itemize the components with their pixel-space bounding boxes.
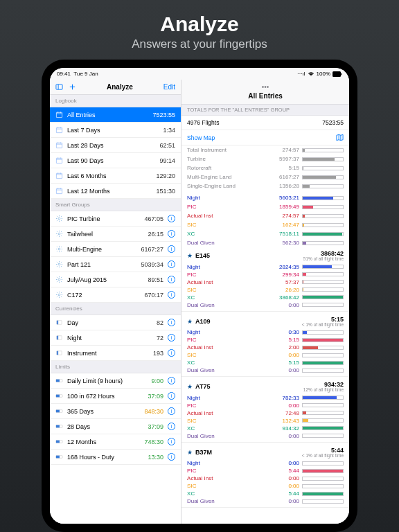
list-item[interactable]: Part 1215039:34i — [50, 257, 181, 272]
info-icon[interactable]: i — [168, 230, 175, 238]
row-label: Last 7 Days — [67, 127, 159, 134]
info-icon[interactable]: i — [168, 291, 175, 299]
list-item[interactable]: C172670:17i — [50, 287, 181, 303]
row-value: 7523:55 — [153, 112, 176, 118]
row-icon — [55, 377, 63, 384]
summary-value: 5:44 — [269, 468, 299, 474]
summary-label: PIC — [187, 402, 266, 409]
group-header[interactable]: ★E1453868:4251% of all flight time — [181, 247, 349, 263]
group-subtitle: 51% of all flight time — [303, 257, 344, 262]
row-icon — [55, 319, 63, 326]
list-item[interactable]: 365 Days848:30i — [50, 404, 181, 419]
section-logbook: Logbook — [50, 95, 181, 107]
row-label: 28 Days — [67, 423, 144, 430]
show-map-row[interactable]: Show Map — [181, 130, 349, 145]
flights-label: 4976 Flights — [187, 119, 219, 126]
summary-row: PIC0:00 — [181, 402, 349, 409]
group-header[interactable]: ★A1095:15< 1% of all flight time — [181, 313, 349, 329]
flights-row[interactable]: 4976 Flights 7523:55 — [181, 116, 349, 130]
summary-label: Night — [187, 329, 266, 335]
info-icon[interactable]: i — [168, 377, 175, 384]
info-icon[interactable]: i — [168, 423, 175, 430]
summary-row: Single-Engine Land1356:28 — [181, 181, 349, 190]
info-icon[interactable]: i — [168, 349, 175, 357]
summary-label: Night — [187, 195, 266, 201]
summary-row: Turbine5997:37 — [181, 154, 349, 163]
right-pane: ••• All Entries TOTALS FOR THE "ALL ENTR… — [181, 80, 349, 524]
summary-value: 2824:35 — [269, 264, 299, 270]
summary-row: Night2824:35 — [181, 263, 349, 271]
info-icon[interactable]: i — [168, 453, 175, 461]
info-icon[interactable]: i — [168, 392, 175, 400]
info-icon[interactable]: i — [168, 260, 175, 268]
more-icon[interactable]: ••• — [181, 84, 349, 91]
list-item[interactable]: Last 7 Days1:34 — [50, 123, 181, 138]
row-value: 193 — [153, 350, 163, 357]
svg-rect-0 — [332, 71, 341, 77]
summary-bar — [302, 492, 344, 496]
info-icon[interactable]: i — [168, 334, 175, 342]
list-item[interactable]: Night72i — [50, 330, 181, 346]
summary-row: Dual Given0:00 — [181, 497, 349, 505]
info-icon[interactable]: i — [168, 215, 175, 222]
row-label: Multi-Engine — [67, 246, 137, 253]
info-icon[interactable]: i — [168, 319, 175, 326]
svg-point-35 — [58, 294, 60, 296]
summary-label: Single-Engine Land — [187, 183, 266, 189]
summary-row: PIC5:15 — [181, 336, 349, 344]
svg-rect-2 — [56, 85, 62, 89]
list-item[interactable]: 28 Days37:09i — [50, 419, 181, 434]
svg-point-31 — [58, 233, 60, 235]
info-icon[interactable]: i — [168, 245, 175, 253]
list-item[interactable]: Multi-Engine6167:27i — [50, 242, 181, 257]
row-icon — [55, 291, 63, 299]
group-name: B37M — [195, 449, 299, 456]
sidebar-toggle-icon[interactable] — [55, 83, 63, 91]
row-label: Instrument — [67, 350, 149, 357]
list-item[interactable]: Instrument193i — [50, 346, 181, 361]
row-label: Night — [67, 335, 152, 342]
summary-value: 0:00 — [269, 433, 299, 439]
edit-button[interactable]: Edit — [163, 83, 175, 91]
row-value: 848:30 — [145, 408, 164, 415]
svg-marker-54 — [337, 134, 343, 140]
list-item[interactable]: PIC Turbine467:05i — [50, 211, 181, 227]
summary-label: Dual Given — [187, 240, 266, 246]
summary-bar — [302, 196, 344, 200]
info-icon[interactable]: i — [168, 438, 175, 445]
list-item[interactable]: Last 6 Months129:20 — [50, 168, 181, 184]
wifi-icon — [308, 71, 314, 77]
list-item[interactable]: Day82i — [50, 315, 181, 330]
info-icon[interactable]: i — [168, 276, 175, 283]
status-date: Tue 9 Jan — [73, 71, 98, 77]
row-value: 1:34 — [163, 127, 176, 134]
list-item[interactable]: July/Aug 201589:51i — [50, 272, 181, 287]
list-item[interactable]: Last 12 Months151:30 — [50, 184, 181, 199]
summary-bar — [302, 232, 344, 236]
list-item[interactable]: 168 Hours - Duty13:30i — [50, 450, 181, 465]
list-item[interactable]: Tailwheel26:15i — [50, 227, 181, 242]
svg-point-32 — [58, 248, 60, 250]
row-icon — [55, 157, 63, 164]
section-limits: Limits — [50, 361, 181, 373]
svg-point-33 — [58, 263, 60, 265]
summary-value: 782:33 — [269, 395, 299, 401]
section-currencies: Currencies — [50, 303, 181, 315]
group-header[interactable]: ★AT75934:3212% of all flight time — [181, 378, 349, 394]
row-icon — [55, 187, 63, 195]
list-item[interactable]: Last 90 Days99:14 — [50, 153, 181, 168]
list-item[interactable]: 100 in 672 Hours37:09i — [50, 389, 181, 404]
info-icon[interactable]: i — [168, 407, 175, 415]
list-item[interactable]: 12 Months748:30i — [50, 434, 181, 450]
add-icon[interactable] — [69, 83, 76, 91]
svg-rect-18 — [56, 158, 62, 163]
list-item[interactable]: Daily Limit (9 hours)9:00i — [50, 373, 181, 389]
group-header[interactable]: ★B37M5:44< 1% of all flight time — [181, 444, 349, 460]
aircraft-group: ★AT75934:3212% of all flight timeNight78… — [181, 378, 349, 443]
right-title: All Entries — [181, 92, 349, 100]
list-item[interactable]: All Entries7523:55 — [50, 107, 181, 123]
row-icon — [55, 423, 63, 430]
summary-bar — [302, 396, 344, 400]
row-icon — [55, 276, 63, 283]
list-item[interactable]: Last 28 Days62:51 — [50, 138, 181, 153]
